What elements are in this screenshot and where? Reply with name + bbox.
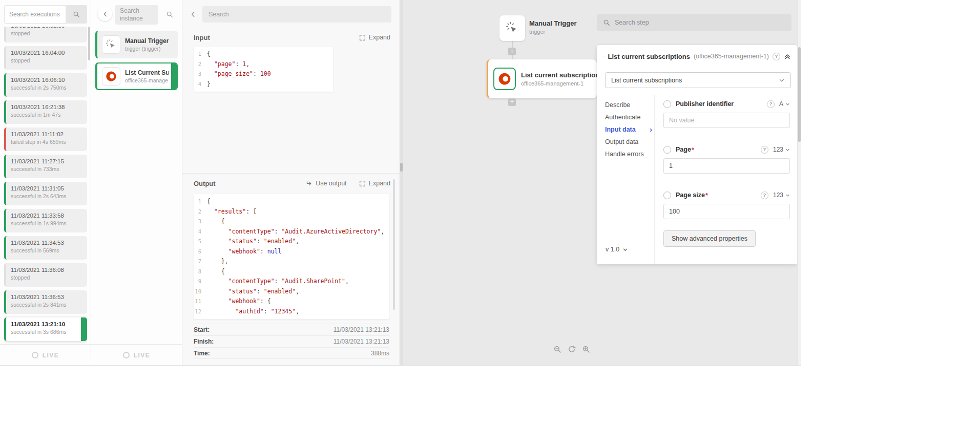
app-window: 10/03/2021 16:02:50 stopped 10/03/2021 1… bbox=[0, 0, 801, 366]
back-button[interactable] bbox=[98, 7, 112, 21]
field-type-dropdown[interactable]: 123 bbox=[773, 192, 790, 199]
live-label: LIVE bbox=[134, 352, 151, 359]
step-icon-box bbox=[102, 35, 120, 54]
executions-live-toggle[interactable]: LIVE bbox=[0, 344, 91, 366]
fit-view-button[interactable] bbox=[568, 345, 576, 353]
field-type-label: 123 bbox=[773, 192, 783, 199]
resizer-handle[interactable] bbox=[400, 163, 403, 172]
meta-value: 11/03/2021 13:21:13 bbox=[333, 326, 389, 333]
help-icon[interactable]: ? bbox=[761, 192, 768, 199]
search-executions-input[interactable] bbox=[4, 5, 66, 24]
config-tab-describe[interactable]: Describe › bbox=[605, 99, 653, 111]
help-icon[interactable]: ? bbox=[767, 100, 775, 108]
field-input[interactable] bbox=[663, 204, 790, 219]
chevron-down-icon bbox=[779, 77, 785, 83]
field-type-label: 123 bbox=[773, 146, 783, 153]
code-line: 5 "status": "enabled", bbox=[194, 237, 385, 247]
execution-item[interactable]: 11/03/2021 11:36:08 stopped bbox=[4, 263, 87, 287]
execution-date: 10/03/2021 16:21:38 bbox=[11, 104, 82, 110]
search-icon[interactable] bbox=[166, 11, 173, 19]
execution-item[interactable]: 11/03/2021 11:11:02 failed step in 4s 65… bbox=[4, 128, 87, 151]
collapse-panel-button[interactable] bbox=[784, 53, 791, 60]
execution-item[interactable]: 11/03/2021 13:21:10 successful in 3s 686… bbox=[4, 317, 87, 341]
expand-input-button[interactable]: Expand bbox=[359, 34, 390, 41]
search-instance-input[interactable]: Search instance bbox=[115, 5, 158, 25]
show-advanced-properties-button[interactable]: Show advanced properties bbox=[663, 230, 756, 247]
instance-panel: Search instance Manual Trigger trigger (… bbox=[91, 0, 182, 366]
executions-scrollbar[interactable] bbox=[88, 27, 90, 60]
search-step-input[interactable] bbox=[615, 19, 785, 26]
search-executions-button[interactable] bbox=[66, 5, 87, 24]
field-radio[interactable] bbox=[663, 100, 671, 108]
step-item-list-current-subscriptions[interactable]: List Current Su... office365-manage... bbox=[95, 62, 178, 90]
version-dropdown[interactable]: v 1.0 bbox=[606, 246, 628, 253]
expand-output-button[interactable]: Expand bbox=[359, 180, 390, 187]
execution-item[interactable]: 10/03/2021 16:02:50 stopped bbox=[4, 27, 87, 43]
input-json-editor[interactable]: 1{2 "page": 1,3 "page_size": 1004} bbox=[194, 47, 333, 92]
execution-item[interactable]: 11/03/2021 11:27:15 successful in 733ms bbox=[4, 155, 87, 178]
version-label: v 1.0 bbox=[606, 246, 619, 253]
canvas-zoom-controls bbox=[553, 345, 590, 353]
output-section-title: Output bbox=[194, 180, 216, 187]
panel-resizer[interactable] bbox=[400, 0, 403, 366]
step-config-connector: (office365-management-1) bbox=[694, 53, 769, 60]
scrollbar-thumb[interactable] bbox=[798, 47, 801, 142]
field-radio[interactable] bbox=[663, 146, 671, 154]
execution-date: 10/03/2021 16:02:50 bbox=[11, 27, 82, 29]
office365-icon bbox=[604, 52, 604, 61]
instance-live-toggle[interactable]: LIVE bbox=[91, 344, 182, 366]
office365-icon bbox=[498, 72, 511, 86]
config-tab-input-data[interactable]: Input data › bbox=[605, 123, 653, 136]
execution-item[interactable]: 10/03/2021 16:21:38 successful in 1m 47s bbox=[4, 100, 87, 124]
code-line: 12 "authId": "12345", bbox=[194, 307, 385, 317]
chevron-down-icon bbox=[622, 247, 628, 252]
config-tab-handle-errors[interactable]: Handle errors › bbox=[605, 148, 653, 160]
execution-status: successful in 569ms bbox=[11, 247, 82, 253]
execution-status: successful in 3s 686ms bbox=[11, 329, 82, 335]
add-step-button[interactable]: + bbox=[508, 48, 516, 55]
workflow-canvas[interactable]: Manual Trigger trigger + List current su… bbox=[403, 0, 797, 366]
execution-item[interactable]: 11/03/2021 11:34:53 successful in 569ms bbox=[4, 236, 87, 260]
field-radio[interactable] bbox=[663, 192, 671, 199]
step-item-manual-trigger[interactable]: Manual Trigger trigger (trigger) bbox=[95, 31, 178, 58]
zoom-in-button[interactable] bbox=[582, 345, 590, 353]
field-input[interactable] bbox=[663, 158, 790, 174]
window-scrollbar[interactable] bbox=[797, 0, 801, 366]
help-icon[interactable]: ? bbox=[773, 53, 780, 60]
field-type-dropdown[interactable]: A bbox=[779, 100, 790, 108]
chevron-left-icon bbox=[190, 11, 197, 18]
execution-date: 11/03/2021 13:21:10 bbox=[11, 321, 82, 327]
use-output-button[interactable]: Use output bbox=[306, 180, 346, 187]
zoom-out-button[interactable] bbox=[553, 345, 561, 353]
config-tab-output-data[interactable]: Output data › bbox=[605, 136, 653, 148]
field-type-dropdown[interactable]: 123 bbox=[773, 146, 790, 153]
execution-item[interactable]: 11/03/2021 11:36:53 successful in 2s 841… bbox=[4, 290, 87, 314]
execution-item[interactable]: 10/03/2021 16:06:10 successful in 2s 750… bbox=[4, 73, 87, 97]
chevron-down-icon bbox=[785, 147, 790, 152]
execution-status: stopped bbox=[11, 274, 82, 281]
execution-status: stopped bbox=[11, 30, 82, 36]
execution-item[interactable]: 10/03/2021 16:04:00 stopped bbox=[4, 46, 87, 70]
action-select-dropdown[interactable]: List current subscriptions bbox=[605, 72, 791, 88]
step-config-panel: List current subscriptions (office365-ma… bbox=[597, 45, 797, 264]
help-icon[interactable]: ? bbox=[761, 146, 768, 154]
list-current-subscriptions-node[interactable]: List current subscriptions office365-man… bbox=[487, 59, 597, 98]
execution-status: stopped bbox=[11, 57, 82, 63]
config-tab-label: Describe bbox=[605, 101, 630, 109]
io-search-input[interactable] bbox=[202, 6, 391, 23]
field-input[interactable] bbox=[663, 113, 790, 128]
output-json-editor[interactable]: 1{2 "results": [3 {4 "contentType": "Aud… bbox=[194, 194, 389, 319]
output-scrollbar[interactable] bbox=[393, 179, 395, 310]
execution-item[interactable]: 11/03/2021 11:31:05 successful in 2s 643… bbox=[4, 182, 87, 205]
manual-trigger-node-label: Manual Trigger trigger bbox=[529, 19, 576, 35]
step-selected-flag bbox=[171, 63, 177, 89]
section-divider bbox=[182, 173, 400, 174]
execution-meta-row: Finish: 11/03/2021 13:21:13 bbox=[194, 335, 389, 347]
config-form: Publisher identifier * ? A Page * ? 123 bbox=[663, 99, 790, 247]
search-icon bbox=[73, 11, 80, 18]
execution-item[interactable]: 11/03/2021 11:33:58 successful in 1s 994… bbox=[4, 209, 87, 232]
add-step-button[interactable]: + bbox=[508, 98, 516, 106]
config-tab-authenticate[interactable]: Authenticate › bbox=[605, 111, 653, 123]
manual-trigger-node[interactable] bbox=[499, 15, 525, 41]
back-button[interactable] bbox=[190, 11, 197, 18]
